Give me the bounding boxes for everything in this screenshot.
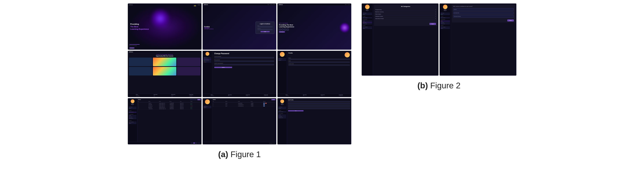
current-pw-field[interactable] xyxy=(214,57,274,58)
course-card-2[interactable] xyxy=(153,58,176,66)
at2-col-4: Phone xyxy=(251,101,263,102)
ap-nav-5[interactable]: Categories xyxy=(278,116,286,117)
page-1[interactable]: 1 xyxy=(193,142,195,144)
course-card-4[interactable] xyxy=(129,67,152,76)
learning-text: Learning Experience xyxy=(204,28,214,30)
profile-extra-field[interactable] xyxy=(288,64,350,66)
prev-btn[interactable]: ‹ xyxy=(191,142,193,144)
confirm-pw-field[interactable] xyxy=(214,64,274,65)
del-badge[interactable]: Del xyxy=(265,103,267,104)
profile-email-field[interactable] xyxy=(288,62,350,63)
course-card-5[interactable] xyxy=(153,67,176,76)
next-btn[interactable]: › xyxy=(198,142,200,144)
footer-col-2: Quick links Home About xyxy=(154,94,157,96)
ac-nav-cat[interactable]: Categories xyxy=(362,22,372,23)
ap-save-btn[interactable]: Save xyxy=(288,110,304,112)
ap-nav-2[interactable]: Share xyxy=(278,108,286,109)
profile-name-field[interactable] xyxy=(288,59,350,60)
chat-input-2[interactable]: admin@notify xyxy=(453,12,514,14)
at2-add-btn[interactable]: Add xyxy=(271,99,276,100)
edit-badge-3[interactable]: Edit xyxy=(263,106,265,106)
ap-field-3[interactable] xyxy=(288,104,350,106)
p-nav-1[interactable]: My Account xyxy=(278,58,286,59)
at-nav-share[interactable]: Share xyxy=(129,108,136,109)
at2-nav-2[interactable]: Logout xyxy=(204,107,211,108)
change-pw-submit[interactable]: Submit xyxy=(214,67,232,68)
cpf-link-4: contact@edu.com xyxy=(264,96,268,96)
at2-nav-1[interactable]: My Account xyxy=(204,106,211,107)
categories-save-btn[interactable]: Save xyxy=(430,23,436,25)
check4[interactable] xyxy=(287,28,289,30)
check2[interactable] xyxy=(282,28,284,30)
chat-nav-6[interactable]: Manage Team xyxy=(440,24,450,24)
at-nav-team[interactable]: Manage Team xyxy=(129,118,136,119)
page-2[interactable]: 2 xyxy=(196,142,198,144)
at-nav-store[interactable]: Store xyxy=(129,123,136,124)
chat-save-btn[interactable]: Save xyxy=(507,20,514,22)
chat-nav-4[interactable]: FAQ xyxy=(440,21,450,22)
chat-nav-5[interactable]: Categories xyxy=(440,22,450,23)
chat-nav-1[interactable]: Dashboard xyxy=(440,13,450,14)
hero-btn[interactable]: Get Started xyxy=(129,48,134,48)
at-nav-analyst[interactable]: Courses Analyst xyxy=(129,122,136,122)
ap-field-2[interactable] xyxy=(288,103,350,104)
chat-nav-7[interactable]: Courses Analyst xyxy=(440,27,450,28)
ac-nav-share[interactable]: Share xyxy=(362,14,372,15)
edit-badge-2[interactable]: Edit xyxy=(263,104,265,105)
ap-nav-6[interactable]: Manage Team xyxy=(278,118,286,118)
ac-nav-store[interactable]: Store xyxy=(362,28,372,29)
chat-input-3[interactable]: Technical Science xyxy=(453,15,514,18)
ap-field-4[interactable] xyxy=(288,106,350,108)
at-nav-cat[interactable]: Categories xyxy=(129,117,136,118)
td-email-2: jane@example.com xyxy=(159,104,169,105)
ac-nav-dashboard[interactable]: Dashboard xyxy=(362,13,372,14)
ac-nav-text-5: Categories xyxy=(364,22,366,23)
nav-logout[interactable]: Logout xyxy=(204,62,211,62)
course-card-3[interactable] xyxy=(177,58,200,66)
ac-nav-faq[interactable]: FAQ xyxy=(362,21,372,22)
course-card-6[interactable] xyxy=(177,67,200,76)
at-search-bar[interactable] xyxy=(190,99,197,100)
ac-nav-courses[interactable]: Create Courses xyxy=(362,17,372,18)
ac-nav-team[interactable]: Manage Team xyxy=(362,24,372,24)
course-card-1[interactable] xyxy=(129,58,152,66)
p-nav-2[interactable]: Logout xyxy=(278,60,286,61)
cat-row-5: Data Base Analyst 0 xyxy=(376,18,436,20)
ap-field-5[interactable] xyxy=(288,108,350,109)
cat-row-3: Data Analyst 0 xyxy=(376,13,436,15)
chat-nav-3[interactable]: Create Courses xyxy=(440,17,450,18)
ac-main: All Categories Programming 0 Machine Lea… xyxy=(373,4,438,76)
ap-nav-1[interactable]: Dashboard xyxy=(278,107,286,108)
new-pw-field[interactable] xyxy=(214,60,274,62)
chat-input-1[interactable]: admin1 xyxy=(453,8,514,11)
ap-field-1[interactable] xyxy=(288,101,350,102)
at-nav-dashboard[interactable]: Dashboard xyxy=(129,107,136,108)
at2-td-1-1: 1 xyxy=(213,103,225,104)
chat-nav-8[interactable]: Store xyxy=(440,28,450,29)
nav-dashboard[interactable]: My Account xyxy=(204,58,211,58)
at-add-btn[interactable]: Add xyxy=(197,99,201,100)
pw-input[interactable] xyxy=(258,29,272,30)
write-btn[interactable]: Get Started xyxy=(279,31,285,32)
change-pw-sidebar: My Account Change Password Normal Dashbo… xyxy=(203,51,212,93)
check1[interactable] xyxy=(279,28,281,30)
ap-nav-4[interactable]: FAQ xyxy=(278,115,286,116)
ap-nav-3[interactable]: Create Courses xyxy=(278,112,286,112)
ac-nav-analyst[interactable]: Courses Analyst xyxy=(362,27,372,28)
email-input[interactable] xyxy=(258,26,272,27)
ac-dot-1 xyxy=(363,13,364,14)
at-nav-courses[interactable]: Create Courses xyxy=(129,112,136,112)
courses-content: Expand Your Knowledge Opportunity Opport… xyxy=(128,53,201,93)
check3[interactable] xyxy=(284,28,286,30)
chat-nav-2[interactable]: Share xyxy=(440,14,450,15)
at2-col-3: Email xyxy=(238,101,250,102)
nav-change-pw[interactable]: Change Password xyxy=(204,59,211,60)
profile-name-label: Name xyxy=(288,58,350,58)
at-nav-text-2: Share xyxy=(130,108,132,109)
login-btn[interactable]: Login xyxy=(260,31,270,32)
nav-normal-dash[interactable]: Normal Dashboard xyxy=(204,60,211,61)
figure2-section: admin1 - Admin Dashboard Share Content xyxy=(362,4,516,90)
at-nav-faq[interactable]: FAQ xyxy=(129,115,136,116)
at2-col-5: Actions xyxy=(263,101,276,102)
edit-badge[interactable]: Edit xyxy=(263,103,265,104)
